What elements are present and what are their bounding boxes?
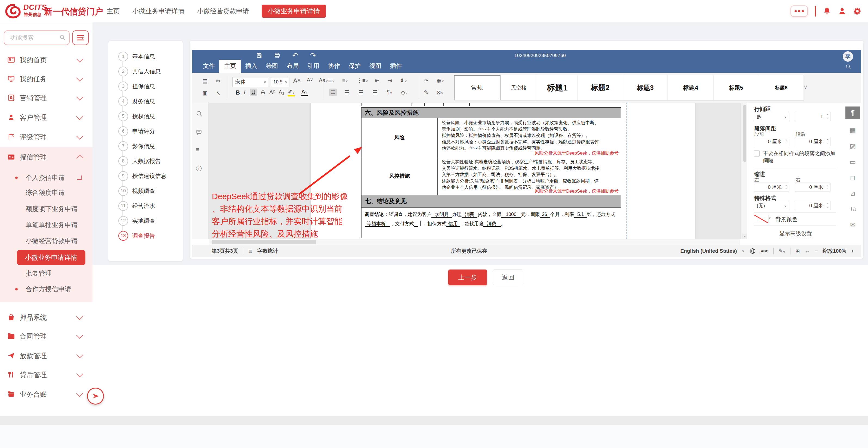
- scroll-down-icon[interactable]: ▾: [742, 234, 747, 239]
- find-icon[interactable]: [196, 110, 203, 117]
- submenu-approval-mgmt[interactable]: 批复管理: [0, 267, 92, 280]
- save-icon[interactable]: [256, 53, 262, 59]
- sidebar-search[interactable]: [4, 30, 70, 45]
- gear-icon[interactable]: [853, 7, 862, 15]
- sidebar-item-my-tasks[interactable]: 我的任务: [0, 69, 92, 89]
- step-business-flow[interactable]: 11经营流水: [108, 201, 183, 211]
- step-bigdata-report[interactable]: 8大数据报告: [108, 156, 183, 166]
- shrink-font-icon[interactable]: A˅: [307, 77, 313, 83]
- menu-view[interactable]: 视图: [365, 62, 386, 73]
- menu-file[interactable]: 文件: [198, 62, 219, 73]
- globe-icon[interactable]: [749, 248, 756, 254]
- background-color-swatch[interactable]: [754, 215, 769, 223]
- style-heading5[interactable]: 标题5: [713, 75, 759, 100]
- sidebar-item-customers[interactable]: 客户管理: [0, 108, 92, 127]
- info-icon[interactable]: ⓘ: [196, 165, 202, 173]
- horizontal-scrollbar[interactable]: [209, 239, 740, 245]
- style-heading1[interactable]: 标题1: [537, 75, 578, 100]
- track-changes-icon[interactable]: ✎∨: [778, 248, 785, 254]
- previous-step-button[interactable]: 上一步: [448, 270, 487, 285]
- style-normal[interactable]: 常规: [454, 75, 500, 100]
- sidebar-item-contracts[interactable]: 合同管理: [0, 326, 92, 346]
- step-video-survey[interactable]: 10视频调查: [108, 186, 183, 196]
- cut-icon[interactable]: ✂: [216, 78, 221, 84]
- subscript-icon[interactable]: A₂: [279, 89, 284, 95]
- numbered-list-icon[interactable]: ≡∨: [342, 77, 348, 83]
- tab-home[interactable]: 主页: [106, 7, 120, 15]
- align-center-icon[interactable]: ☰: [344, 89, 349, 96]
- menu-plugins[interactable]: 插件: [386, 62, 406, 73]
- step-coborrower[interactable]: 2共借人信息: [108, 67, 183, 76]
- sidebar-item-rating[interactable]: 评级管理: [0, 127, 92, 147]
- document-canvas[interactable]: 六、风险及风控措施 风险 经营风险：小微企业市场竞争力弱，易受行业波动（如政策变…: [209, 103, 742, 239]
- undo-icon[interactable]: ↶: [292, 53, 298, 59]
- step-scoring[interactable]: 6申请评分: [108, 126, 183, 136]
- step-finance[interactable]: 4财务信息: [108, 97, 183, 106]
- style-heading4[interactable]: 标题4: [668, 75, 713, 100]
- page-panel-tab[interactable]: ▭: [844, 158, 862, 166]
- sidebar-item-ledger[interactable]: 业务台账: [0, 384, 92, 404]
- multilevel-list-icon[interactable]: ⋮≡∨: [357, 77, 368, 84]
- shading-icon[interactable]: ◇∨: [401, 89, 408, 96]
- before-spacing-stepper[interactable]: 0 厘米⌃⌄: [754, 137, 789, 146]
- vertical-scrollbar[interactable]: ▾: [742, 103, 747, 239]
- font-name-select[interactable]: 宋体∨: [232, 77, 268, 87]
- shapes-panel-tab[interactable]: ◻: [844, 174, 862, 181]
- textart-panel-tab[interactable]: Ta: [844, 205, 862, 212]
- align-right-icon[interactable]: ☰: [359, 89, 364, 96]
- submenu-micro-detail-active[interactable]: 小微业务申请详情: [17, 250, 85, 265]
- change-case-icon[interactable]: Aa∨: [319, 77, 328, 83]
- indent-right-stepper[interactable]: 0 厘米⌃⌄: [795, 182, 831, 192]
- submenu-under-quota[interactable]: 额度项下业务申请: [0, 202, 92, 216]
- submenu-micro-loan-apply[interactable]: 小微经营贷款申请: [0, 234, 92, 248]
- submenu-personal-credit[interactable]: 个人授信申请: [0, 171, 92, 184]
- border-icon[interactable]: ⊠∨: [436, 89, 443, 96]
- step-basic-info[interactable]: 1基本信息: [108, 51, 183, 61]
- underline-icon[interactable]: U: [250, 89, 257, 96]
- swatch-dropdown-icon[interactable]: ∨: [769, 216, 771, 220]
- submenu-partner-credit[interactable]: 合作方授信申请: [0, 282, 92, 296]
- fit-width-icon[interactable]: ↔: [805, 248, 810, 254]
- menu-references[interactable]: 引用: [303, 62, 324, 73]
- spellcheck-icon[interactable]: ABC: [761, 249, 769, 253]
- increase-indent-icon[interactable]: ⇥: [388, 77, 392, 84]
- menu-layout[interactable]: 布局: [282, 62, 303, 73]
- ink-icon[interactable]: ✑: [424, 77, 428, 84]
- step-imaging[interactable]: 7影像信息: [108, 141, 183, 151]
- collapse-panel-button[interactable]: [87, 388, 104, 405]
- decrease-indent-icon[interactable]: ⇤: [375, 77, 379, 84]
- menu-collapse-button[interactable]: [72, 30, 89, 45]
- tab-micro-detail-active[interactable]: 小微业务申请详情: [262, 5, 326, 18]
- horizontal-scroll-thumb[interactable]: [212, 240, 316, 244]
- after-spacing-stepper[interactable]: 0 厘米⌃⌄: [795, 137, 831, 146]
- strikethrough-icon[interactable]: S: [261, 89, 265, 96]
- align-left-icon[interactable]: ☰: [329, 89, 337, 96]
- vertical-scroll-thumb[interactable]: [743, 105, 746, 162]
- step-survey-report-active[interactable]: 13调查报告: [108, 231, 183, 241]
- special-amount-stepper[interactable]: 0 厘米⌃⌄: [795, 201, 831, 210]
- headings-icon[interactable]: ≡: [196, 146, 199, 153]
- style-heading6[interactable]: 标题6: [759, 75, 804, 100]
- tab-micro-loan-apply[interactable]: 小微经营贷款申请: [197, 7, 249, 15]
- format-painter-icon[interactable]: ✎: [424, 89, 428, 96]
- step-site-survey[interactable]: 12实地调查: [108, 216, 183, 226]
- font-size-select[interactable]: 10.5∨: [271, 77, 289, 87]
- submenu-single-batch[interactable]: 单笔单批业务申请: [0, 218, 92, 232]
- special-format-select[interactable]: (无)∨: [754, 201, 789, 210]
- submenu-comprehensive-quota[interactable]: 综合额度申请: [0, 186, 92, 199]
- superscript-icon[interactable]: A²: [269, 89, 275, 95]
- zoom-out-icon[interactable]: −: [815, 248, 818, 254]
- font-color-icon[interactable]: A∨: [301, 89, 308, 96]
- menu-collaboration[interactable]: 协作: [324, 62, 344, 73]
- redo-icon[interactable]: ↷: [310, 53, 316, 59]
- paragraph-panel-tab[interactable]: ¶: [845, 106, 860, 119]
- style-heading3[interactable]: 标题3: [623, 75, 668, 100]
- paste-icon[interactable]: ▣: [203, 90, 208, 96]
- line-spacing-icon[interactable]: ⇕∨: [400, 77, 407, 84]
- editor-search-icon[interactable]: [845, 64, 851, 70]
- user-icon[interactable]: [838, 7, 846, 15]
- more-actions-capsule[interactable]: [790, 5, 808, 17]
- style-no-spacing[interactable]: 无空格: [500, 75, 537, 100]
- sidebar-item-disbursement[interactable]: 放款管理: [0, 346, 92, 366]
- justify-icon[interactable]: ☰: [373, 89, 377, 96]
